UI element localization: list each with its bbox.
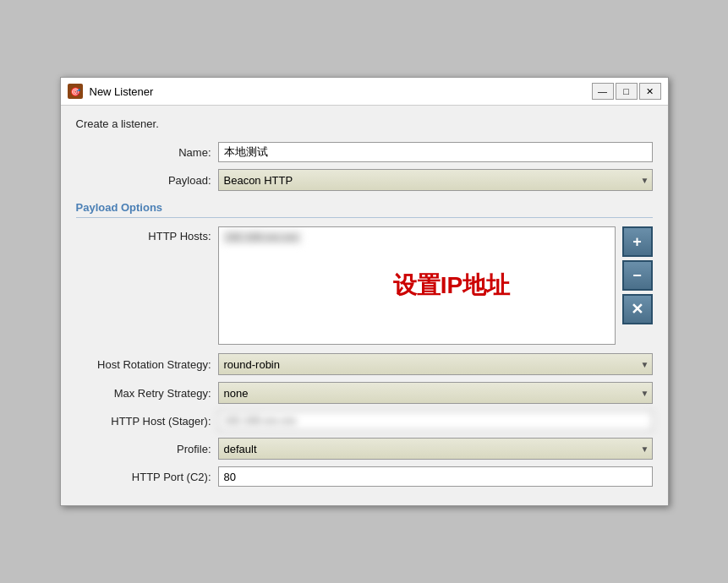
rotation-label: Host Rotation Strategy: [76, 358, 211, 371]
window-icon: 🎯 [68, 84, 83, 99]
payload-label: Payload: [76, 174, 211, 187]
rotation-row: Host Rotation Strategy: round-robin rand… [76, 353, 653, 375]
rotation-select[interactable]: round-robin random failover [218, 353, 653, 375]
http-hosts-overlay: 设置IP地址 [393, 270, 510, 302]
http-hosts-label: HTTP Hosts: [76, 226, 211, 242]
port-label: HTTP Port (C2): [76, 471, 211, 483]
retry-row: Max Retry Strategy: none kill-date no-co… [76, 382, 653, 404]
http-hosts-area[interactable]: 192.168.xxx.xxx 设置IP地址 [218, 226, 616, 345]
remove-host-button[interactable]: − [622, 260, 653, 291]
minimize-button[interactable]: — [592, 83, 614, 100]
payload-select[interactable]: Beacon HTTP Beacon HTTPS Beacon DNS Fore… [218, 169, 653, 191]
profile-select[interactable]: default custom [218, 438, 653, 460]
window-controls: — □ ✕ [592, 83, 661, 100]
stager-row: HTTP Host (Stager): [76, 411, 653, 431]
side-buttons: + − ✕ [622, 226, 653, 324]
name-row: Name: [76, 142, 653, 162]
rotation-select-wrapper: round-robin random failover ▼ [218, 353, 653, 375]
close-button[interactable]: ✕ [639, 83, 661, 100]
retry-select-wrapper: none kill-date no-connect ▼ [218, 382, 653, 404]
retry-label: Max Retry Strategy: [76, 387, 211, 400]
window-title: New Listener [90, 85, 585, 98]
name-label: Name: [76, 146, 211, 159]
payload-select-wrapper: Beacon HTTP Beacon HTTPS Beacon DNS Fore… [218, 169, 653, 191]
window-body: Create a listener. Name: Payload: Beacon… [61, 106, 668, 505]
port-input[interactable] [218, 466, 653, 487]
retry-select[interactable]: none kill-date no-connect [218, 382, 653, 404]
subtitle-text: Create a listener. [76, 117, 653, 130]
http-hosts-entry: 192.168.xxx.xxx [222, 231, 302, 244]
clear-hosts-button[interactable]: ✕ [622, 294, 653, 324]
payload-row: Payload: Beacon HTTP Beacon HTTPS Beacon… [76, 169, 653, 191]
title-bar: 🎯 New Listener — □ ✕ [61, 78, 668, 106]
name-input[interactable] [218, 142, 653, 162]
profile-select-wrapper: default custom ▼ [218, 438, 653, 460]
maximize-button[interactable]: □ [616, 83, 638, 100]
payload-options-section: Payload Options [76, 201, 653, 218]
http-hosts-row: HTTP Hosts: 192.168.xxx.xxx 设置IP地址 + − ✕ [76, 226, 653, 345]
stager-label: HTTP Host (Stager): [76, 415, 211, 428]
new-listener-window: 🎯 New Listener — □ ✕ Create a listener. … [60, 77, 669, 506]
add-host-button[interactable]: + [622, 226, 653, 257]
profile-label: Profile: [76, 443, 211, 455]
port-row: HTTP Port (C2): [76, 466, 653, 487]
stager-input[interactable] [218, 411, 653, 431]
profile-row: Profile: default custom ▼ [76, 438, 653, 460]
